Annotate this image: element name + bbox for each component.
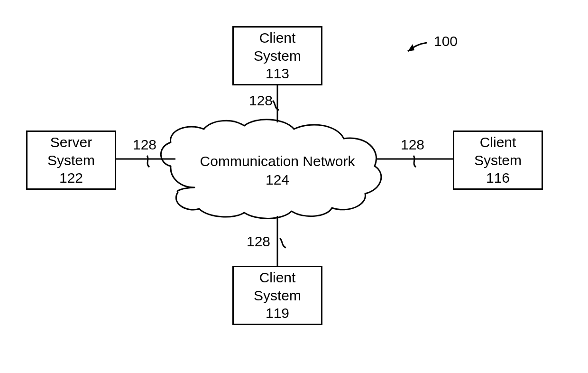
- client-system-top-box: Client System 113: [232, 26, 322, 85]
- figure-ref-arrow: [408, 43, 427, 51]
- squiggle-top: [273, 101, 279, 110]
- client-top-line3: 113: [266, 65, 289, 83]
- cloud-label: Communication Network 124: [192, 152, 363, 189]
- figure-ref-label: 100: [434, 33, 458, 49]
- link-label-top: 128: [249, 93, 273, 109]
- server-system-box: Server System 122: [26, 131, 116, 190]
- link-label-right: 128: [401, 137, 424, 153]
- squiggle-bottom: [280, 238, 286, 248]
- client-top-line2: System: [254, 47, 301, 65]
- squiggle-right: [413, 156, 416, 167]
- client-bottom-line2: System: [254, 287, 301, 305]
- client-bottom-line1: Client: [259, 269, 296, 287]
- squiggle-left: [147, 156, 149, 167]
- server-line1: Server: [50, 133, 92, 151]
- client-top-line1: Client: [259, 29, 296, 47]
- client-system-bottom-box: Client System 119: [232, 266, 322, 325]
- client-right-line3: 116: [486, 169, 510, 187]
- cloud-line1: Communication Network: [200, 153, 355, 169]
- server-line3: 122: [59, 169, 83, 187]
- server-line2: System: [47, 151, 95, 169]
- diagram-stage: Client System 113 Server System 122 Clie…: [0, 0, 588, 373]
- client-right-line2: System: [474, 151, 522, 169]
- svg-marker-0: [408, 44, 414, 51]
- link-label-left: 128: [133, 137, 156, 153]
- client-right-line1: Client: [480, 133, 516, 151]
- client-bottom-line3: 119: [266, 304, 289, 322]
- link-label-bottom: 128: [247, 233, 270, 250]
- client-system-right-box: Client System 116: [453, 131, 543, 190]
- cloud-line2: 124: [266, 172, 289, 187]
